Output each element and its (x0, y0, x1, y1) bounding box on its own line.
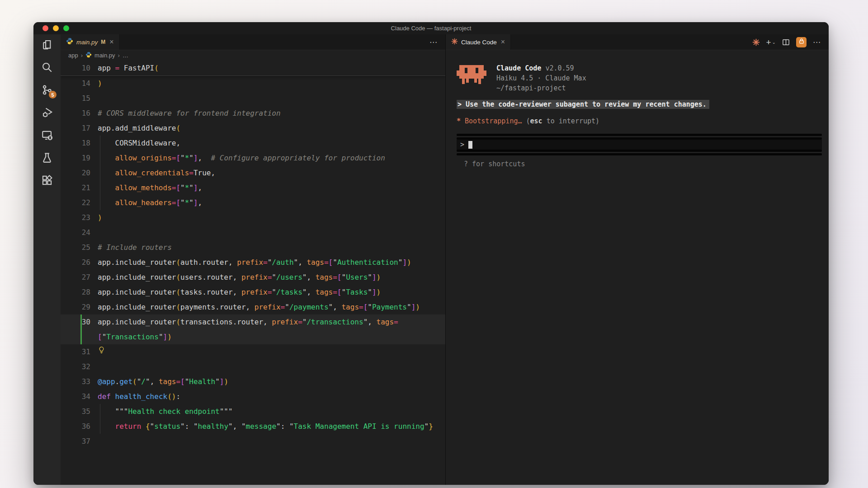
tab-claude-code[interactable]: Claude Code × (446, 34, 511, 50)
python-file-icon (66, 38, 73, 47)
line-number: 33 (61, 374, 98, 389)
code-line[interactable]: 35 """Health check endpoint""" (61, 404, 445, 419)
split-editor-icon[interactable] (782, 38, 790, 46)
line-number: 18 (61, 136, 98, 150)
code-line[interactable]: 27app.include_router(users.router, prefi… (61, 270, 445, 285)
sidebar-item-remote-explorer[interactable] (33, 125, 61, 147)
tab-main-py[interactable]: main.py M × (61, 34, 120, 50)
line-number: 20 (61, 165, 98, 180)
sidebar-item-explorer[interactable] (33, 34, 61, 57)
user-message-row: > Use the code-reviewer subagent to revi… (457, 99, 822, 109)
line-number: 25 (61, 240, 98, 255)
prompt-input[interactable]: > (457, 140, 822, 150)
esc-key-hint: esc (530, 117, 542, 125)
tab-close-icon[interactable]: × (500, 38, 506, 47)
extensions-icon (41, 174, 53, 188)
traffic-lights (42, 25, 69, 31)
sidebar-item-source-control[interactable]: 5 (33, 80, 61, 102)
tab-label: main.py (76, 39, 98, 46)
code-editor[interactable]: 10app = FastAPI( 14)1516# CORS middlewar… (61, 61, 445, 485)
code-line[interactable]: 18 CORSMiddleware, (61, 136, 445, 150)
code-line[interactable]: 10app = FastAPI( (61, 61, 445, 75)
line-number: 24 (61, 225, 98, 240)
code-line[interactable]: 34def health_check(): (61, 389, 445, 404)
claude-spark-icon[interactable] (752, 38, 760, 46)
code-line[interactable]: 30app.include_router(transactions.router… (61, 314, 445, 329)
line-number: 14 (61, 76, 98, 91)
code-line[interactable]: 26app.include_router(auth.router, prefix… (61, 255, 445, 270)
python-file-icon (85, 52, 92, 59)
close-window-button[interactable] (42, 25, 48, 31)
panel-cwd: ~/fastapi-project (496, 83, 586, 93)
vscode-window: Claude Code — fastapi-project 5 (33, 22, 829, 485)
code-line[interactable]: 31 (61, 344, 445, 359)
line-number: 22 (61, 195, 98, 210)
code-line[interactable]: 14) (61, 76, 445, 91)
sidebar-item-testing[interactable] (33, 147, 61, 170)
code-line[interactable]: 24 (61, 225, 445, 240)
line-number: 16 (61, 106, 98, 121)
code-line[interactable]: 21 allow_methods=["*"], (61, 180, 445, 195)
sidebar-item-run-debug[interactable] (33, 102, 61, 125)
line-number: 37 (61, 434, 98, 449)
spinner-icon: * (457, 117, 461, 125)
status-label: Bootstrapping… (465, 117, 522, 125)
claude-spark-icon (451, 38, 458, 47)
code-line[interactable]: 22 allow_headers=["*"], (61, 195, 445, 210)
code-line[interactable]: ["Transactions"]) (61, 329, 445, 344)
user-message: > Use the code-reviewer subagent to revi… (457, 100, 709, 109)
modified-badge: M (101, 39, 105, 45)
breadcrumb-item-symbol[interactable]: … (123, 52, 128, 59)
breadcrumb[interactable]: app › main.py › … (61, 50, 445, 61)
source-control-badge: 5 (49, 91, 57, 99)
status-hint-open: ( (526, 117, 530, 125)
panel-title: Claude Code (496, 64, 541, 72)
code-line[interactable]: 19 allow_origins=["*"], # Configure appr… (61, 150, 445, 165)
editor-actions-icon[interactable]: ⋯ (429, 38, 438, 47)
code-line[interactable]: 23) (61, 210, 445, 225)
claude-mascot (457, 62, 486, 93)
code-line[interactable]: 25# Include routers (61, 240, 445, 255)
sticky-scroll-line[interactable]: 10app = FastAPI( (61, 61, 445, 76)
line-number: 36 (61, 419, 98, 434)
minimize-window-button[interactable] (53, 25, 59, 31)
new-terminal-button[interactable]: + ⌄ (766, 38, 776, 47)
editor-group-right: Claude Code × + ⌄ ⋯ (446, 34, 829, 485)
tab-close-icon[interactable]: × (108, 38, 114, 47)
line-number: 17 (61, 121, 98, 136)
line-number: 31 (61, 344, 98, 359)
tab-label: Claude Code (461, 39, 497, 46)
panel-model: Haiku 4.5 · Claude Max (496, 73, 586, 83)
line-number: 21 (61, 180, 98, 195)
line-number: 28 (61, 285, 98, 300)
code-line[interactable]: 16# CORS middleware for frontend integra… (61, 106, 445, 121)
code-line[interactable]: 28app.include_router(tasks.router, prefi… (61, 285, 445, 300)
line-number: 19 (61, 150, 98, 165)
code-line[interactable]: 32 (61, 359, 445, 374)
code-line[interactable]: 20 allow_credentials=True, (61, 165, 445, 180)
prompt-input-box: > (457, 134, 822, 155)
chevron-right-icon: › (118, 52, 120, 59)
explorer-icon (41, 39, 53, 52)
zoom-window-button[interactable] (63, 25, 69, 31)
code-line[interactable]: 29app.include_router(payments.router, pr… (61, 300, 445, 314)
more-actions-icon[interactable]: ⋯ (813, 38, 821, 47)
breadcrumb-item-app[interactable]: app (68, 52, 78, 59)
lightbulb-icon[interactable] (98, 344, 105, 359)
code-line[interactable]: 15 (61, 91, 445, 106)
code-line[interactable]: 37 (61, 434, 445, 449)
sidebar-item-search[interactable] (33, 57, 61, 80)
code-line[interactable]: 17app.add_middleware( (61, 121, 445, 136)
code-line[interactable]: 36 return {"status": "healthy", "message… (61, 419, 445, 434)
right-tab-bar: Claude Code × + ⌄ ⋯ (446, 34, 829, 50)
plus-icon: + (766, 38, 771, 47)
line-number: 32 (61, 359, 98, 374)
sidebar-item-extensions[interactable] (33, 170, 61, 192)
input-border-bottom (457, 153, 822, 155)
line-number: 26 (61, 255, 98, 270)
code-line[interactable]: 33@app.get("/", tags=["Health"]) (61, 374, 445, 389)
editor-group-left: main.py M × ⋯ app › main.py › … 10app = … (61, 34, 445, 485)
code-lines: 14)1516# CORS middleware for frontend in… (61, 76, 445, 449)
editor-group-lock-button[interactable] (796, 37, 807, 47)
breadcrumb-item-file[interactable]: main.py (94, 52, 115, 59)
